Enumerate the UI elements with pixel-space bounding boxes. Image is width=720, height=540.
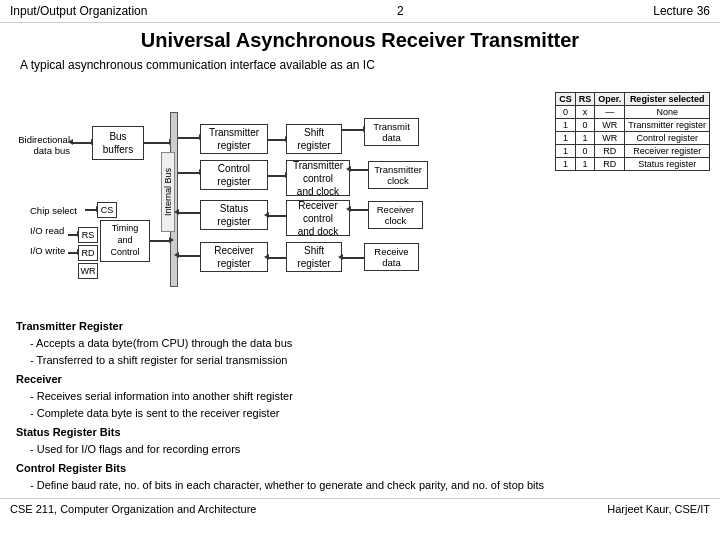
text-heading: Transmitter Register [16, 318, 704, 335]
table-cell: 1 [575, 158, 595, 171]
bus-to-internal-arrow [144, 142, 170, 144]
page-title: Universal Asynchronous Receiver Transmit… [0, 23, 720, 56]
ctrl-to-tx-ctrl [268, 175, 286, 177]
ibus-to-rx-reg [178, 255, 200, 257]
ibus-to-ctrl-reg [178, 172, 200, 174]
header: Input/Output Organization 2 Lecture 36 [0, 0, 720, 23]
text-item: - Receives serial information into anoth… [16, 388, 704, 405]
table-row: 10WRTransmitter register [556, 119, 710, 132]
header-center: 2 [397, 4, 404, 18]
table-cell: None [625, 106, 710, 119]
table-cell: 0 [575, 145, 595, 158]
text-item: - Define baud rate, no. of bits in each … [16, 477, 704, 494]
table-cell: 1 [556, 158, 576, 171]
content-area: Bidirectionaldata bus Busbuffers Interna… [0, 78, 720, 316]
chip-select-label: Chip select [30, 205, 77, 216]
tx-reg-to-shift [268, 139, 286, 141]
shift-to-transmit [342, 129, 364, 131]
rx-clock-arrow [350, 209, 368, 211]
col-rs: RS [575, 93, 595, 106]
shift-register-tx-box: Shiftregister [286, 124, 342, 154]
text-heading: Receiver [16, 371, 704, 388]
col-oper: Oper. [595, 93, 625, 106]
table-cell: RD [595, 158, 625, 171]
receiver-control-dock-box: Receivercontroland dock [286, 200, 350, 236]
header-right: Lecture 36 [653, 4, 710, 18]
table-cell: 0 [575, 119, 595, 132]
transmitter-register-box: Transmitterregister [200, 124, 268, 154]
text-item: - Used for I/O flags and for recording e… [16, 441, 704, 458]
cs-box: CS [97, 202, 117, 218]
table-cell: 1 [556, 145, 576, 158]
transmit-data-box: Transmitdata [364, 118, 419, 146]
register-table: CS RS Oper. Register selected 0x—None10W… [555, 92, 710, 171]
table-cell: RD [595, 145, 625, 158]
wr-box: WR [78, 263, 98, 279]
receiver-register-box: Receiverregister [200, 242, 268, 272]
transmitter-control-clock-box: Transmittercontroland clock [286, 160, 350, 196]
text-section: Transmitter Register- Accepts a data byt… [0, 318, 720, 494]
receive-data-arrow [342, 257, 364, 259]
cs-arrow [85, 209, 97, 211]
timing-control-box: TimingandControl [100, 220, 150, 262]
col-cs: CS [556, 93, 576, 106]
table-cell: Receiver register [625, 145, 710, 158]
io-write-label: I/O write [30, 245, 65, 256]
data-bus-arrow-l [72, 142, 74, 144]
rd-arrow [68, 252, 78, 254]
ibus-to-tx-reg [178, 137, 200, 139]
table-cell: 0 [556, 106, 576, 119]
status-register-box: Statusregister [200, 200, 268, 230]
diagram-area: Bidirectionaldata bus Busbuffers Interna… [10, 82, 549, 312]
rs-arrow [68, 234, 78, 236]
ibus-to-status [178, 212, 200, 214]
table-cell: — [595, 106, 625, 119]
col-register: Register selected [625, 93, 710, 106]
table-cell: 1 [556, 132, 576, 145]
transmitter-clock-box: Transmitterclock [368, 161, 428, 189]
data-bus-arrow [72, 142, 92, 144]
shift-rx-to-reg [268, 257, 286, 259]
shift-register-rx-box: Shiftregister [286, 242, 342, 272]
rd-box: RD [78, 245, 98, 261]
table-cell: Status register [625, 158, 710, 171]
tx-clock-arrow [350, 169, 368, 171]
recv-ctrl-to-status [268, 215, 286, 217]
receive-data-box: Receivedata [364, 243, 419, 271]
text-heading: Status Register Bits [16, 424, 704, 441]
internal-bus-label: Internal Bus [161, 152, 175, 232]
table-row: 11RDStatus register [556, 158, 710, 171]
table-row: 0x—None [556, 106, 710, 119]
bus-buffers-box: Busbuffers [92, 126, 144, 160]
table-cell: WR [595, 119, 625, 132]
bidirectional-data-bus-label: Bidirectionaldata bus [10, 134, 70, 156]
text-item: - Transferred to a shift register for se… [16, 352, 704, 369]
rs-box: RS [78, 227, 98, 243]
register-table-area: CS RS Oper. Register selected 0x—None10W… [555, 92, 710, 312]
table-row: 10RDReceiver register [556, 145, 710, 158]
subtitle: A typical asynchronous communication int… [0, 56, 720, 78]
text-item: - Complete data byte is sent to the rece… [16, 405, 704, 422]
header-left: Input/Output Organization [10, 4, 147, 18]
table-cell: Control register [625, 132, 710, 145]
footer: CSE 211, Computer Organization and Archi… [0, 498, 720, 519]
control-register-box: Controlregister [200, 160, 268, 190]
text-heading: Control Register Bits [16, 460, 704, 477]
table-row: 11WRControl register [556, 132, 710, 145]
text-item: - Accepts a data byte(from CPU) through … [16, 335, 704, 352]
table-cell: 1 [575, 132, 595, 145]
table-cell: Transmitter register [625, 119, 710, 132]
io-read-label: I/O read [30, 225, 64, 236]
table-cell: WR [595, 132, 625, 145]
receiver-clock-box: Receiverclock [368, 201, 423, 229]
footer-left: CSE 211, Computer Organization and Archi… [10, 503, 256, 515]
timing-to-ibus [150, 240, 170, 242]
table-cell: 1 [556, 119, 576, 132]
table-cell: x [575, 106, 595, 119]
footer-right: Harjeet Kaur, CSE/IT [607, 503, 710, 515]
